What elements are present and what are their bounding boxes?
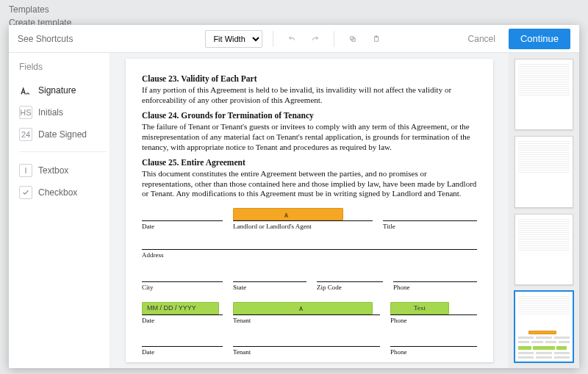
clause25-heading: Clause 25. Entire Agreement xyxy=(142,157,477,168)
field-date-signed[interactable]: 24 Date Signed xyxy=(19,123,110,145)
cancel-button[interactable]: Cancel xyxy=(468,34,495,44)
label-phone-2: Phone xyxy=(390,317,477,325)
signature-field-landlord[interactable] xyxy=(233,208,343,220)
editor-panel: See Shortcuts Fit Width Cancel Continue … xyxy=(9,25,579,368)
label-phone-3: Phone xyxy=(390,348,477,356)
document-page: Clause 23. Validity of Each Part If any … xyxy=(126,59,493,362)
clause23-heading: Clause 23. Validity of Each Part xyxy=(142,73,477,84)
field-textbox[interactable]: I Textbox xyxy=(19,159,110,181)
page-thumbnails xyxy=(509,53,579,368)
page-thumb-4[interactable] xyxy=(514,291,573,362)
redo-icon[interactable] xyxy=(307,31,323,47)
label-phone: Phone xyxy=(393,284,477,292)
paste-icon[interactable] xyxy=(368,31,384,47)
field-label: Checkbox xyxy=(38,187,77,198)
label-address: Address xyxy=(142,251,477,259)
clause23-para: If any portion of this Agreement is held… xyxy=(142,85,477,106)
date-field-tenant[interactable]: MM / DD / YYYY xyxy=(142,302,219,314)
clause24-para: The failure of Tenant or Tenant's guests… xyxy=(142,122,477,152)
fields-sidebar: Fields Signature HS Initials 24 Date Sig… xyxy=(9,53,110,368)
checkbox-icon xyxy=(19,186,32,199)
sidebar-divider xyxy=(19,151,107,152)
page-thumb-1[interactable] xyxy=(514,59,573,130)
signature-field-tenant[interactable] xyxy=(233,302,373,314)
field-signature[interactable]: Signature xyxy=(19,79,110,101)
page-thumb-2[interactable] xyxy=(514,136,573,207)
clause25-para: This document constitutes the entire Agr… xyxy=(142,169,477,199)
initials-icon: HS xyxy=(19,106,32,119)
page-thumb-3[interactable] xyxy=(514,214,573,285)
label-landlord: Landlord or Landlord's Agent xyxy=(233,223,373,231)
zoom-select[interactable]: Fit Width xyxy=(205,30,262,48)
field-label: Textbox xyxy=(38,165,68,176)
label-state: State xyxy=(233,284,306,292)
label-date-3: Date xyxy=(142,348,223,356)
undo-icon[interactable] xyxy=(284,31,300,47)
sidebar-heading: Fields xyxy=(19,62,110,72)
label-zip: Zip Code xyxy=(317,284,383,292)
signature-icon xyxy=(19,84,32,97)
field-initials[interactable]: HS Initials xyxy=(19,101,110,123)
label-date: Date xyxy=(142,223,223,231)
text-field-tenant-phone[interactable]: Text xyxy=(390,302,449,314)
field-label: Initials xyxy=(38,107,63,118)
copy-icon[interactable] xyxy=(345,31,361,47)
document-viewport[interactable]: Clause 23. Validity of Each Part If any … xyxy=(110,53,509,368)
field-checkbox[interactable]: Checkbox xyxy=(19,181,110,204)
label-city: City xyxy=(142,284,223,292)
see-shortcuts-link[interactable]: See Shortcuts xyxy=(18,34,73,44)
label-tenant: Tenant xyxy=(233,317,380,325)
label-title: Title xyxy=(383,223,477,231)
label-tenant-3: Tenant xyxy=(233,348,380,356)
continue-button[interactable]: Continue xyxy=(509,29,570,49)
field-label: Signature xyxy=(38,85,76,96)
bg-nav-templates[interactable]: Templates xyxy=(9,4,579,15)
topbar: See Shortcuts Fit Width Cancel Continue xyxy=(9,25,579,53)
field-label: Date Signed xyxy=(38,129,87,140)
date-signed-icon: 24 xyxy=(19,128,32,141)
clause24-heading: Clause 24. Grounds for Termination of Te… xyxy=(142,110,477,121)
label-date-2: Date xyxy=(142,317,223,325)
textbox-icon: I xyxy=(19,164,32,177)
